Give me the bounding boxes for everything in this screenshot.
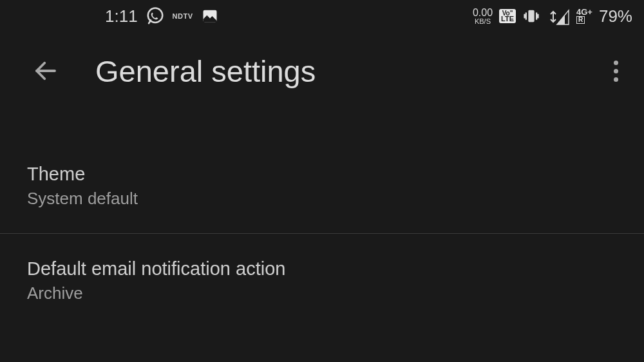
data-rate-unit: KB/S <box>475 18 491 25</box>
status-right: 0.00 KB/S Vo" LTE 4G+ R 79% <box>473 6 632 26</box>
setting-value: Archive <box>27 283 617 303</box>
setting-title: Default email notification action <box>27 258 617 280</box>
status-bar: 1:11 NDTV 0.00 KB/S Vo" LTE <box>0 0 644 32</box>
data-rate-value: 0.00 <box>473 8 493 18</box>
network-type: 4G+ <box>576 8 592 16</box>
arrow-left-icon <box>32 57 59 84</box>
whatsapp-icon <box>146 6 165 26</box>
network-type-indicator: 4G+ R <box>576 8 592 24</box>
network-roaming: R <box>576 16 585 24</box>
battery-percentage: 79% <box>599 6 632 26</box>
clock-time: 1:11 <box>105 6 138 26</box>
menu-dot-icon <box>614 69 618 73</box>
divider <box>0 233 644 234</box>
app-bar: General settings <box>0 32 644 110</box>
back-button[interactable] <box>32 57 59 84</box>
ndtv-icon: NDTV <box>173 12 193 20</box>
volte-icon: Vo" LTE <box>499 9 516 24</box>
setting-title: Theme <box>27 164 617 185</box>
page-title: General settings <box>95 53 571 89</box>
image-icon <box>201 7 219 25</box>
signal-icon <box>547 6 570 26</box>
status-left: 1:11 NDTV <box>105 6 219 26</box>
setting-default-notification-action[interactable]: Default email notification action Archiv… <box>0 243 644 319</box>
setting-theme[interactable]: Theme System default <box>0 148 644 224</box>
vibrate-icon <box>522 7 540 25</box>
menu-dot-icon <box>614 61 618 65</box>
menu-dot-icon <box>614 77 618 82</box>
data-rate-indicator: 0.00 KB/S <box>473 8 493 25</box>
setting-value: System default <box>27 189 617 209</box>
overflow-menu-button[interactable] <box>607 54 625 88</box>
volte-bottom: LTE <box>501 16 514 23</box>
svg-rect-2 <box>528 10 534 23</box>
settings-list: Theme System default Default email notif… <box>0 110 644 319</box>
